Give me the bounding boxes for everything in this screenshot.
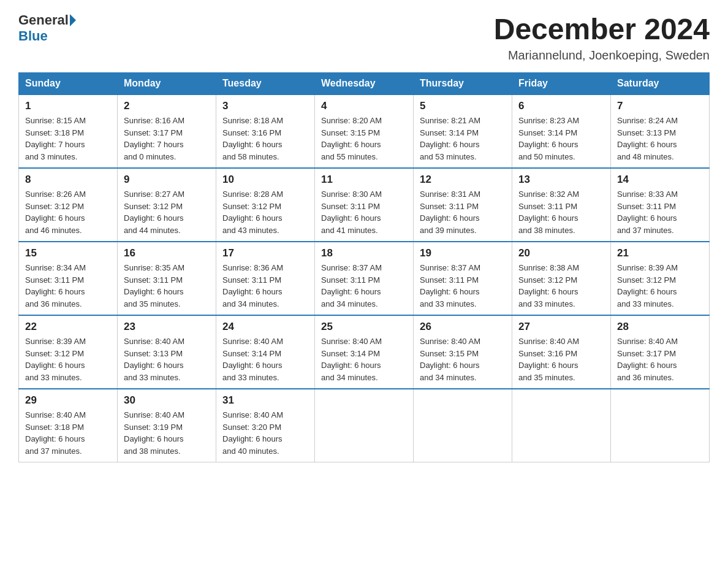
day-info: Sunrise: 8:34 AMSunset: 3:11 PMDaylight:… bbox=[25, 263, 86, 308]
day-number: 12 bbox=[420, 174, 506, 186]
table-row: 28 Sunrise: 8:40 AMSunset: 3:17 PMDaylig… bbox=[611, 315, 710, 389]
day-info: Sunrise: 8:15 AMSunset: 3:18 PMDaylight:… bbox=[25, 116, 86, 161]
day-info: Sunrise: 8:40 AMSunset: 3:13 PMDaylight:… bbox=[124, 337, 184, 382]
day-number: 18 bbox=[321, 247, 407, 259]
table-row: 3 Sunrise: 8:18 AMSunset: 3:16 PMDayligh… bbox=[216, 94, 315, 168]
table-row bbox=[315, 389, 414, 462]
calendar-week-row: 15 Sunrise: 8:34 AMSunset: 3:11 PMDaylig… bbox=[19, 242, 710, 315]
day-info: Sunrise: 8:36 AMSunset: 3:11 PMDaylight:… bbox=[222, 263, 283, 308]
table-row: 5 Sunrise: 8:21 AMSunset: 3:14 PMDayligh… bbox=[414, 94, 512, 168]
day-number: 10 bbox=[222, 174, 308, 186]
table-row: 22 Sunrise: 8:39 AMSunset: 3:12 PMDaylig… bbox=[19, 315, 118, 389]
page-header: General Blue December 2024 Mariannelund,… bbox=[18, 12, 710, 63]
table-row: 20 Sunrise: 8:38 AMSunset: 3:12 PMDaylig… bbox=[512, 242, 611, 315]
day-number: 19 bbox=[420, 247, 506, 259]
day-info: Sunrise: 8:38 AMSunset: 3:12 PMDaylight:… bbox=[518, 263, 579, 308]
table-row: 18 Sunrise: 8:37 AMSunset: 3:11 PMDaylig… bbox=[315, 242, 414, 315]
table-row: 31 Sunrise: 8:40 AMSunset: 3:20 PMDaylig… bbox=[216, 389, 315, 462]
day-info: Sunrise: 8:35 AMSunset: 3:11 PMDaylight:… bbox=[124, 263, 184, 308]
day-info: Sunrise: 8:40 AMSunset: 3:20 PMDaylight:… bbox=[222, 410, 283, 456]
logo-arrow-icon bbox=[70, 14, 76, 26]
calendar-table: Sunday Monday Tuesday Wednesday Thursday… bbox=[18, 72, 710, 462]
day-number: 1 bbox=[25, 100, 111, 112]
table-row: 24 Sunrise: 8:40 AMSunset: 3:14 PMDaylig… bbox=[216, 315, 315, 389]
table-row: 15 Sunrise: 8:34 AMSunset: 3:11 PMDaylig… bbox=[19, 242, 118, 315]
table-row: 11 Sunrise: 8:30 AMSunset: 3:11 PMDaylig… bbox=[315, 168, 414, 242]
day-info: Sunrise: 8:40 AMSunset: 3:17 PMDaylight:… bbox=[617, 337, 678, 382]
header-tuesday: Tuesday bbox=[216, 73, 315, 95]
day-info: Sunrise: 8:39 AMSunset: 3:12 PMDaylight:… bbox=[617, 263, 678, 308]
day-number: 2 bbox=[124, 100, 210, 112]
table-row: 4 Sunrise: 8:20 AMSunset: 3:15 PMDayligh… bbox=[315, 94, 414, 168]
day-info: Sunrise: 8:26 AMSunset: 3:12 PMDaylight:… bbox=[25, 190, 86, 235]
day-number: 7 bbox=[617, 100, 703, 112]
day-info: Sunrise: 8:30 AMSunset: 3:11 PMDaylight:… bbox=[321, 190, 382, 235]
table-row bbox=[512, 389, 611, 462]
table-row: 23 Sunrise: 8:40 AMSunset: 3:13 PMDaylig… bbox=[118, 315, 216, 389]
day-info: Sunrise: 8:20 AMSunset: 3:15 PMDaylight:… bbox=[321, 116, 382, 161]
day-info: Sunrise: 8:27 AMSunset: 3:12 PMDaylight:… bbox=[124, 190, 184, 235]
day-info: Sunrise: 8:16 AMSunset: 3:17 PMDaylight:… bbox=[124, 116, 184, 161]
day-number: 20 bbox=[518, 247, 604, 259]
day-number: 31 bbox=[222, 394, 308, 407]
table-row: 27 Sunrise: 8:40 AMSunset: 3:16 PMDaylig… bbox=[512, 315, 611, 389]
day-info: Sunrise: 8:37 AMSunset: 3:11 PMDaylight:… bbox=[420, 263, 480, 308]
day-number: 8 bbox=[25, 174, 111, 186]
calendar-header-row: Sunday Monday Tuesday Wednesday Thursday… bbox=[19, 73, 710, 95]
table-row bbox=[611, 389, 710, 462]
day-number: 5 bbox=[420, 100, 506, 112]
day-info: Sunrise: 8:18 AMSunset: 3:16 PMDaylight:… bbox=[222, 116, 283, 161]
day-number: 4 bbox=[321, 100, 407, 112]
day-info: Sunrise: 8:40 AMSunset: 3:14 PMDaylight:… bbox=[222, 337, 283, 382]
day-number: 28 bbox=[617, 321, 703, 333]
header-saturday: Saturday bbox=[611, 73, 710, 95]
table-row: 29 Sunrise: 8:40 AMSunset: 3:18 PMDaylig… bbox=[19, 389, 118, 462]
table-row: 25 Sunrise: 8:40 AMSunset: 3:14 PMDaylig… bbox=[315, 315, 414, 389]
day-info: Sunrise: 8:37 AMSunset: 3:11 PMDaylight:… bbox=[321, 263, 382, 308]
day-number: 14 bbox=[617, 174, 703, 186]
table-row: 13 Sunrise: 8:32 AMSunset: 3:11 PMDaylig… bbox=[512, 168, 611, 242]
day-number: 26 bbox=[420, 321, 506, 333]
location-title: Mariannelund, Joenkoeping, Sweden bbox=[494, 48, 710, 63]
day-info: Sunrise: 8:23 AMSunset: 3:14 PMDaylight:… bbox=[518, 116, 579, 161]
day-number: 11 bbox=[321, 174, 407, 186]
day-number: 17 bbox=[222, 247, 308, 259]
day-info: Sunrise: 8:24 AMSunset: 3:13 PMDaylight:… bbox=[617, 116, 678, 161]
header-monday: Monday bbox=[118, 73, 216, 95]
day-number: 22 bbox=[25, 321, 111, 333]
table-row: 7 Sunrise: 8:24 AMSunset: 3:13 PMDayligh… bbox=[611, 94, 710, 168]
day-info: Sunrise: 8:39 AMSunset: 3:12 PMDaylight:… bbox=[25, 337, 86, 382]
header-thursday: Thursday bbox=[414, 73, 512, 95]
logo-blue-text: Blue bbox=[18, 28, 48, 44]
day-info: Sunrise: 8:33 AMSunset: 3:11 PMDaylight:… bbox=[617, 190, 678, 235]
calendar-week-row: 29 Sunrise: 8:40 AMSunset: 3:18 PMDaylig… bbox=[19, 389, 710, 462]
day-number: 6 bbox=[518, 100, 604, 112]
logo-general-text: General bbox=[18, 12, 69, 28]
day-info: Sunrise: 8:31 AMSunset: 3:11 PMDaylight:… bbox=[420, 190, 480, 235]
title-block: December 2024 Mariannelund, Joenkoeping,… bbox=[494, 12, 710, 63]
month-title: December 2024 bbox=[494, 12, 710, 46]
day-number: 13 bbox=[518, 174, 604, 186]
day-info: Sunrise: 8:40 AMSunset: 3:15 PMDaylight:… bbox=[420, 337, 480, 382]
table-row: 1 Sunrise: 8:15 AMSunset: 3:18 PMDayligh… bbox=[19, 94, 118, 168]
table-row: 30 Sunrise: 8:40 AMSunset: 3:19 PMDaylig… bbox=[118, 389, 216, 462]
calendar-week-row: 1 Sunrise: 8:15 AMSunset: 3:18 PMDayligh… bbox=[19, 94, 710, 168]
table-row: 14 Sunrise: 8:33 AMSunset: 3:11 PMDaylig… bbox=[611, 168, 710, 242]
table-row: 2 Sunrise: 8:16 AMSunset: 3:17 PMDayligh… bbox=[118, 94, 216, 168]
header-sunday: Sunday bbox=[19, 73, 118, 95]
day-info: Sunrise: 8:40 AMSunset: 3:18 PMDaylight:… bbox=[25, 410, 86, 456]
day-number: 21 bbox=[617, 247, 703, 259]
table-row: 17 Sunrise: 8:36 AMSunset: 3:11 PMDaylig… bbox=[216, 242, 315, 315]
day-info: Sunrise: 8:21 AMSunset: 3:14 PMDaylight:… bbox=[420, 116, 480, 161]
table-row: 12 Sunrise: 8:31 AMSunset: 3:11 PMDaylig… bbox=[414, 168, 512, 242]
day-info: Sunrise: 8:28 AMSunset: 3:12 PMDaylight:… bbox=[222, 190, 283, 235]
calendar-week-row: 22 Sunrise: 8:39 AMSunset: 3:12 PMDaylig… bbox=[19, 315, 710, 389]
header-friday: Friday bbox=[512, 73, 611, 95]
day-number: 30 bbox=[124, 394, 210, 407]
day-number: 16 bbox=[124, 247, 210, 259]
table-row: 26 Sunrise: 8:40 AMSunset: 3:15 PMDaylig… bbox=[414, 315, 512, 389]
table-row: 10 Sunrise: 8:28 AMSunset: 3:12 PMDaylig… bbox=[216, 168, 315, 242]
day-number: 3 bbox=[222, 100, 308, 112]
day-number: 15 bbox=[25, 247, 111, 259]
header-wednesday: Wednesday bbox=[315, 73, 414, 95]
